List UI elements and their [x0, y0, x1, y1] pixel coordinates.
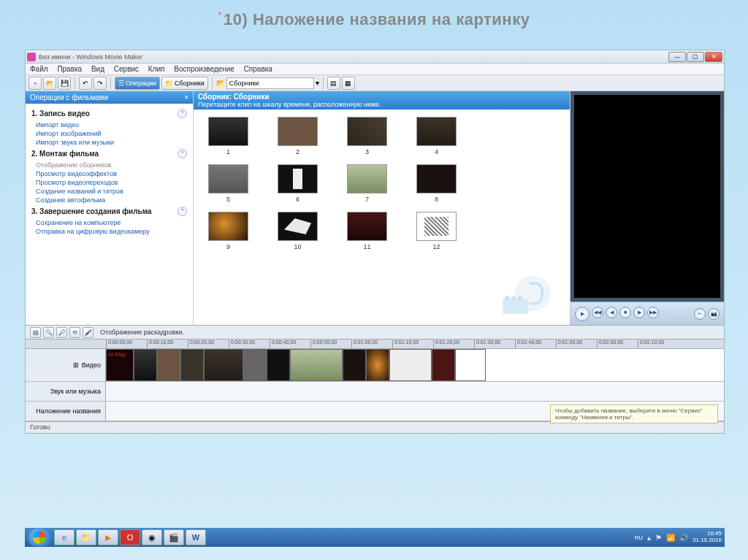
- task-section-1-title[interactable]: 1. Запись видео ˄: [31, 107, 187, 120]
- redo-button[interactable]: ↷: [94, 77, 107, 90]
- taskbar-moviemaker-icon[interactable]: 🎬: [164, 529, 184, 545]
- video-clip[interactable]: [366, 349, 389, 381]
- collapse-icon[interactable]: ˄: [178, 207, 187, 216]
- track-audio[interactable]: Звук или музыка: [26, 382, 724, 402]
- task-save-computer[interactable]: Сохранение на компьютере: [31, 218, 187, 227]
- menu-clip[interactable]: Клип: [148, 65, 165, 73]
- play-button[interactable]: ▶: [575, 307, 589, 321]
- snapshot-button[interactable]: 📷: [708, 308, 720, 320]
- prev-frame-button[interactable]: ◀◀: [592, 307, 603, 318]
- video-clip[interactable]: [180, 349, 204, 381]
- storyboard-label[interactable]: Отображение раскадровки.: [100, 329, 184, 336]
- clip-thumb[interactable]: 2: [270, 117, 325, 156]
- task-titles-credits[interactable]: Создание названий и титров: [31, 187, 187, 196]
- video-clip[interactable]: [267, 349, 290, 381]
- taskbar-opera-icon[interactable]: O: [120, 529, 140, 545]
- windows-taskbar: e 📁 ▶ O ◉ 🎬 W RU ▴ ⚑ 📶 🔊 16:45 31.10.201…: [25, 528, 725, 547]
- save-button[interactable]: 💾: [58, 77, 71, 90]
- clip-thumb[interactable]: 9: [201, 212, 256, 250]
- video-clip[interactable]: [455, 349, 486, 381]
- clip-thumb[interactable]: 6: [270, 164, 325, 203]
- titlebar[interactable]: Без имени - Windows Movie Maker — ▢ ✕: [26, 50, 724, 64]
- collections-toggle[interactable]: 📁 Сборники: [161, 77, 208, 90]
- preview-screen[interactable]: [573, 94, 721, 299]
- narrate-button[interactable]: 🎤: [83, 327, 94, 338]
- timeline-view-button[interactable]: ▤: [30, 327, 41, 338]
- task-import-images[interactable]: Импорт изображений: [31, 129, 187, 138]
- view-details-button[interactable]: ▤: [327, 77, 340, 90]
- video-clip[interactable]: [290, 349, 343, 381]
- clip-thumb[interactable]: 5: [201, 164, 256, 203]
- fwd-button[interactable]: ▶: [633, 307, 645, 318]
- tasks-sidebar: Операции с фильмами × 1. Запись видео ˄ …: [26, 91, 194, 325]
- menu-tools[interactable]: Сервис: [114, 65, 139, 73]
- show-hidden-icon[interactable]: ▴: [647, 534, 651, 542]
- video-clip[interactable]: [243, 349, 267, 381]
- language-indicator[interactable]: RU: [634, 534, 643, 541]
- next-frame-button[interactable]: ▶▶: [647, 307, 659, 318]
- menu-help[interactable]: Справка: [244, 65, 272, 73]
- back-button[interactable]: ◀: [606, 307, 617, 318]
- taskbar-media-icon[interactable]: ▶: [98, 529, 118, 545]
- minimize-button[interactable]: —: [668, 52, 686, 62]
- task-import-audio[interactable]: Импорт звука или музыки: [31, 138, 187, 147]
- video-clip[interactable]: [134, 349, 157, 381]
- taskbar-chrome-icon[interactable]: ◉: [142, 529, 162, 545]
- video-clip[interactable]: [204, 349, 243, 381]
- task-send-camera[interactable]: Отправка на цифровую видеокамеру: [31, 227, 187, 236]
- taskbar-word-icon[interactable]: W: [186, 529, 206, 545]
- maximize-button[interactable]: ▢: [687, 52, 704, 62]
- video-clip[interactable]: [157, 349, 180, 381]
- location-combo[interactable]: [226, 77, 314, 89]
- task-video-effects[interactable]: Просмотр видеоэффектов: [31, 169, 187, 178]
- zoom-out-button[interactable]: 🔎: [56, 327, 67, 338]
- clip-thumb[interactable]: 12: [409, 212, 464, 250]
- open-button[interactable]: 📂: [43, 77, 56, 90]
- chevron-down-icon[interactable]: ▾: [316, 79, 319, 87]
- task-import-video[interactable]: Импорт видео: [31, 120, 187, 129]
- collapse-icon[interactable]: ˄: [178, 109, 187, 118]
- menu-play[interactable]: Воспроизведение: [174, 65, 234, 73]
- expand-icon[interactable]: ⊞: [73, 361, 79, 369]
- undo-button[interactable]: ↶: [79, 77, 92, 90]
- close-button[interactable]: ✕: [705, 52, 722, 62]
- taskbar-ie-icon[interactable]: e: [54, 529, 75, 545]
- video-clip[interactable]: [432, 349, 455, 381]
- menu-file[interactable]: Файл: [30, 65, 48, 73]
- video-clip[interactable]: [389, 349, 432, 381]
- task-video-transitions[interactable]: Просмотр видеопереходов: [31, 178, 187, 187]
- volume-icon[interactable]: 🔊: [679, 534, 688, 542]
- view-thumbs-button[interactable]: ▦: [342, 77, 355, 90]
- timeline-ruler[interactable]: 0:00:00,00 0:00:10,00 0:00:20,00 0:00:30…: [26, 339, 724, 349]
- clip-thumb[interactable]: 3: [340, 117, 394, 156]
- task-section-2-title[interactable]: 2. Монтаж фильма ˄: [31, 147, 187, 161]
- network-icon[interactable]: 📶: [666, 534, 675, 542]
- clip-thumb[interactable]: 7: [340, 164, 394, 203]
- menu-view[interactable]: Вид: [91, 65, 104, 73]
- taskbar-clock[interactable]: 16:45 31.10.2016: [692, 531, 722, 544]
- clip-thumb[interactable]: 10: [270, 212, 325, 250]
- start-button[interactable]: [28, 529, 53, 546]
- clip-thumb[interactable]: 11: [340, 212, 394, 250]
- clip-thumb[interactable]: 1: [201, 117, 256, 156]
- split-button[interactable]: ✂: [694, 308, 706, 320]
- action-center-icon[interactable]: ⚑: [655, 534, 662, 542]
- task-show-collections[interactable]: Отображение сборников: [31, 161, 187, 169]
- close-icon[interactable]: ×: [184, 93, 188, 101]
- tasks-toggle[interactable]: ☰ Операции: [115, 77, 160, 90]
- clip-thumb[interactable]: 4: [409, 117, 464, 156]
- stop-button[interactable]: ■: [619, 307, 631, 318]
- new-button[interactable]: ▫: [28, 77, 42, 90]
- taskbar-explorer-icon[interactable]: 📁: [76, 529, 96, 545]
- title-clip[interactable]: М Мар: [106, 349, 134, 381]
- rewind-button[interactable]: ⟲: [69, 327, 80, 338]
- video-clip[interactable]: [343, 349, 366, 381]
- track-video[interactable]: ⊞Видео М Мар: [26, 349, 724, 382]
- track-title-overlay[interactable]: Наложение названия Чтобы добавить назван…: [26, 402, 724, 421]
- zoom-in-button[interactable]: 🔍: [43, 327, 54, 338]
- task-section-3-title[interactable]: 3. Завершение создания фильма ˄: [31, 204, 187, 218]
- menu-edit[interactable]: Правка: [57, 65, 82, 73]
- task-automovie[interactable]: Создание автофильма: [31, 196, 187, 204]
- clip-thumb[interactable]: 8: [409, 164, 464, 203]
- collapse-icon[interactable]: ˄: [178, 149, 187, 158]
